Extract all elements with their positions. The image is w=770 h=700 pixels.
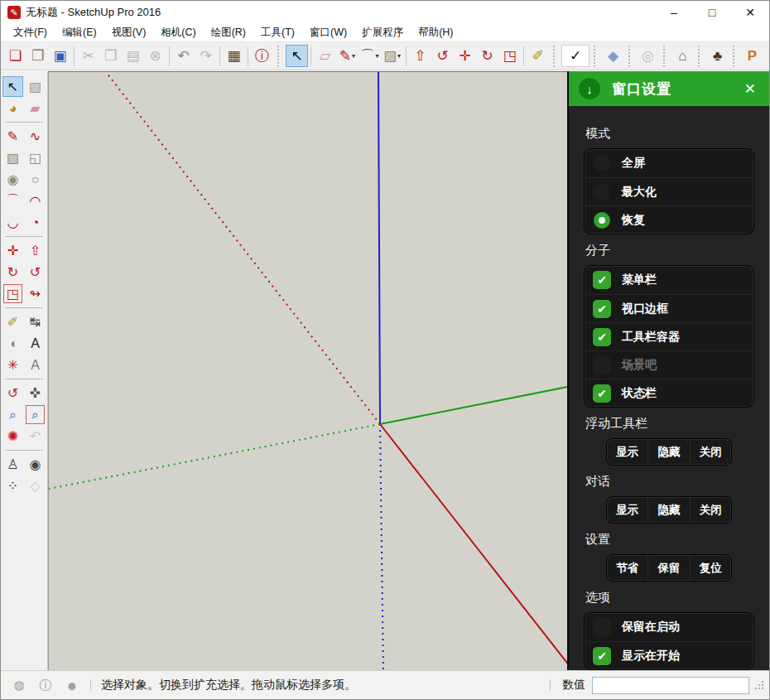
rectangle-tool-button[interactable]: ▨: [2, 147, 23, 168]
plant-button[interactable]: ♣: [706, 45, 729, 67]
look-around-tool-button[interactable]: ◉: [25, 454, 46, 475]
menu-item-4[interactable]: 相机(C): [153, 24, 203, 41]
arc-tool-button[interactable]: ⌒: [2, 191, 23, 211]
toolbar-grip-handle[interactable]: [733, 46, 737, 67]
offset-tool-button[interactable]: ↬: [25, 283, 46, 304]
arc-tool-button[interactable]: ⌒▾: [359, 45, 381, 67]
floating-toolbars-button-1[interactable]: 显示: [607, 439, 647, 465]
settings-button-1[interactable]: 节省: [607, 555, 647, 581]
mode-option-2[interactable]: 最大化: [585, 177, 753, 205]
minimize-button[interactable]: –: [655, 1, 693, 24]
settings-button-2[interactable]: 保留: [647, 555, 689, 581]
menu-item-2[interactable]: 编辑(E): [55, 24, 104, 41]
checkbox-checked-icon[interactable]: ✔: [593, 647, 611, 665]
options-item-1[interactable]: 保留在启动: [585, 613, 753, 641]
menu-item-5[interactable]: 绘图(R): [204, 24, 253, 41]
floating-toolbars-button-3[interactable]: 关闭: [690, 439, 731, 465]
dialogs-button-2[interactable]: 隐藏: [647, 497, 689, 523]
tape-measure-tool-button[interactable]: ✐: [2, 311, 23, 332]
text-tool-button[interactable]: A: [25, 333, 46, 354]
copy-button[interactable]: ❐: [99, 45, 122, 67]
claim-credit-icon[interactable]: ⓘ: [37, 677, 54, 693]
checkbox-checked-icon[interactable]: ✔: [593, 271, 611, 289]
select-tool-button[interactable]: ↖: [2, 76, 23, 97]
axes-tool-button[interactable]: ✳: [2, 355, 23, 375]
cut-button[interactable]: ✂: [77, 45, 99, 67]
rotated-rectangle-tool-button[interactable]: ◱: [25, 147, 46, 168]
undo-button[interactable]: ↶: [172, 45, 195, 67]
redo-button[interactable]: ↷: [195, 45, 217, 67]
options-item-2[interactable]: ✔显示在开始: [585, 641, 753, 669]
dimension-tool-button[interactable]: ↹: [25, 311, 46, 332]
line-tool-button[interactable]: ✎▾: [336, 45, 359, 67]
dropdown-caret-icon[interactable]: ▾: [352, 52, 355, 60]
menu-item-9[interactable]: 帮助(H): [411, 24, 460, 41]
geolocate-icon[interactable]: ◍: [11, 677, 27, 693]
close-button[interactable]: ✕: [731, 1, 769, 24]
push-pull-tool-button[interactable]: ⇧: [25, 240, 46, 261]
menu-item-8[interactable]: 扩展程序: [354, 24, 411, 41]
toolbar-grip-handle[interactable]: [553, 46, 557, 67]
floating-toolbars-button-2[interactable]: 隐藏: [647, 439, 689, 465]
pie-tool-button[interactable]: ◔: [25, 212, 46, 233]
rectangle-tool-button[interactable]: ▨▾: [381, 45, 403, 67]
menu-item-6[interactable]: 工具(T): [253, 24, 302, 41]
move-button[interactable]: ✛: [454, 45, 476, 67]
section-plane-tool-button[interactable]: ◇: [25, 476, 46, 496]
compass-button[interactable]: ◎: [637, 45, 659, 67]
checkbox-checked-icon[interactable]: ✔: [593, 300, 611, 318]
elements-item-4[interactable]: 场景吧: [585, 350, 753, 379]
toolbar-grip-handle[interactable]: [663, 46, 667, 67]
zoom-tool-button[interactable]: ⌕: [2, 404, 23, 425]
radio-unselected-icon[interactable]: [594, 184, 610, 200]
open-file-button[interactable]: ❐: [26, 45, 49, 67]
measurement-input[interactable]: [592, 677, 749, 694]
two-point-arc-tool-button[interactable]: ◠: [25, 191, 46, 211]
validate-check-button[interactable]: ✓: [561, 45, 590, 67]
elements-item-2[interactable]: ✔视口边框: [585, 294, 753, 322]
tape-measure-button[interactable]: ✐: [527, 45, 549, 67]
toolbar-grip-handle[interactable]: [698, 46, 702, 67]
menu-item-3[interactable]: 视图(V): [104, 24, 154, 41]
select-tool-button[interactable]: ↖: [286, 45, 308, 67]
walk-tool-button[interactable]: ⁘: [2, 476, 23, 496]
orbit-tool-button[interactable]: ↺: [2, 383, 23, 403]
new-file-button[interactable]: ❏: [4, 45, 26, 67]
eraser-tool-button[interactable]: ▱: [314, 45, 336, 67]
pan-tool-button[interactable]: ✜: [25, 383, 46, 403]
follow-me-tool-button[interactable]: ↺: [25, 262, 46, 282]
mode-option-1[interactable]: 全屏: [585, 149, 753, 177]
elements-item-3[interactable]: ✔工具栏容器: [585, 322, 753, 350]
three-point-arc-tool-button[interactable]: ◡: [2, 212, 23, 233]
line-tool-button[interactable]: ✎: [2, 126, 23, 147]
dropdown-caret-icon[interactable]: ▾: [397, 52, 401, 60]
zoom-extents-tool-button[interactable]: ✺: [2, 426, 23, 447]
position-camera-tool-button[interactable]: ♙: [2, 454, 23, 475]
previous-view-tool-button[interactable]: ↶: [25, 426, 46, 447]
checkbox-unchecked-icon[interactable]: [593, 356, 611, 374]
toolbar-grip-handle[interactable]: [594, 46, 598, 67]
threed-text-tool-button[interactable]: A: [25, 355, 46, 375]
circle-tool-button[interactable]: ◉: [2, 169, 23, 190]
delete-button[interactable]: ⊗: [144, 45, 166, 67]
protractor-tool-button[interactable]: ◖: [2, 333, 23, 354]
move-tool-button[interactable]: ✛: [2, 240, 23, 261]
mode-option-3[interactable]: 恢复: [585, 205, 753, 234]
eraser-tool-button[interactable]: ▰: [25, 98, 46, 118]
rotate-button[interactable]: ↻: [476, 45, 498, 67]
menu-item-1[interactable]: 文件(F): [6, 24, 55, 41]
model-info-button[interactable]: ⓘ: [251, 45, 273, 67]
dropdown-caret-icon[interactable]: ▾: [375, 52, 378, 60]
sign-in-icon[interactable]: ☻: [64, 677, 80, 693]
house-model-button[interactable]: ⌂: [671, 45, 694, 67]
make-component-tool-button[interactable]: ▧: [25, 76, 46, 97]
dialogs-button-1[interactable]: 显示: [607, 497, 647, 523]
rotate-tool-button[interactable]: ↻: [2, 262, 23, 282]
menu-item-7[interactable]: 窗口(W): [302, 24, 354, 41]
zoom-window-tool-button[interactable]: ⌕: [25, 404, 46, 425]
checkbox-checked-icon[interactable]: ✔: [593, 328, 611, 346]
paint-bucket-tool-button[interactable]: ◕: [2, 98, 23, 118]
freehand-tool-button[interactable]: ∿: [25, 126, 46, 147]
push-pull-button[interactable]: ⇧: [409, 45, 431, 67]
toolbar-grip-handle[interactable]: [277, 46, 282, 67]
